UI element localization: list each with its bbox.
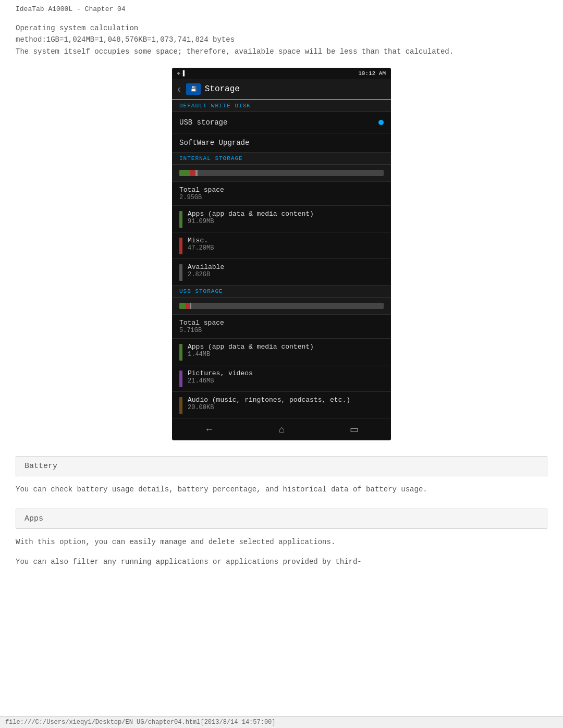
section-usb-storage: USB STORAGE <box>172 286 391 298</box>
usb-progress-container <box>172 298 391 315</box>
section-default-write-disk: DEFAULT WRITE DISK <box>172 100 391 112</box>
top-bar: ‹ 💾 Storage <box>172 79 391 100</box>
status-bar: ✈ ▌ 10:12 AM <box>172 68 391 79</box>
apps-text2: You can also filter any running applicat… <box>16 556 547 569</box>
avail-color-block <box>179 264 182 281</box>
internal-total-space: Total space 2.95GB <box>172 182 391 206</box>
storage-icon: 💾 <box>186 83 201 95</box>
battery-section-box: Battery <box>16 456 547 476</box>
section-internal-storage: INTERNAL STORAGE <box>172 153 391 165</box>
time-display: 10:12 AM <box>358 70 386 77</box>
internal-total-label: Total space <box>179 186 384 194</box>
internal-apps-label: Apps (app data & media content) <box>188 210 314 218</box>
apps-section-box: Apps <box>16 509 547 529</box>
usb-audio-label: Audio (music, ringtones, podcasts, etc.) <box>188 396 350 404</box>
software-upgrade-item[interactable]: SoftWare Upgrade <box>172 133 391 153</box>
usb-audio-item[interactable]: Audio (music, ringtones, podcasts, etc.)… <box>172 392 391 418</box>
apps-color-block <box>179 211 182 228</box>
apps-text1: With this option, you can easily manage … <box>16 536 547 549</box>
usb-pictures-item[interactable]: Pictures, videos 21.46MB <box>172 365 391 392</box>
internal-available-item[interactable]: Available 2.82GB <box>172 259 391 286</box>
pictures-color-block <box>179 371 182 387</box>
sim-icon: ✈ <box>177 70 181 77</box>
radio-selected <box>378 120 384 125</box>
internal-progress-bar <box>179 170 384 176</box>
usb-audio-size: 20.00KB <box>188 404 350 411</box>
device-screenshot: ✈ ▌ 10:12 AM ‹ 💾 Storage DEFAULT WRITE D… <box>172 68 391 440</box>
usb-misc-bar <box>186 303 190 309</box>
usb-apps-label: Apps (app data & media content) <box>188 343 314 351</box>
internal-apps-size: 91.09MB <box>188 218 314 225</box>
nav-home-button[interactable]: ⌂ <box>279 424 285 435</box>
misc-color-block <box>179 238 182 254</box>
internal-apps-item[interactable]: Apps (app data & media content) 91.09MB <box>172 206 391 232</box>
nav-bar: ← ⌂ ▭ <box>172 418 391 440</box>
internal-total-value: 2.95GB <box>179 194 384 201</box>
usb-apps-size: 1.44MB <box>188 351 314 358</box>
usb-total-label: Total space <box>179 319 384 327</box>
usb-storage-item[interactable]: USB storage <box>172 112 391 133</box>
usb-apps-color-block <box>179 344 182 361</box>
usb-apps-bar <box>179 303 186 309</box>
usb-total-space: Total space 5.71GB <box>172 315 391 339</box>
internal-misc-bar <box>190 170 196 176</box>
internal-avail-bar <box>195 170 198 176</box>
intro-line3: The system itself occupies some space; t… <box>16 46 547 57</box>
internal-available-label: Available <box>188 263 224 271</box>
usb-total-value: 5.71GB <box>179 327 384 334</box>
page-title: IdeaTab A1000L - Chapter 04 <box>16 5 547 13</box>
usb-pictures-size: 21.46MB <box>188 377 253 385</box>
intro-line1: Operating system calculation <box>16 22 547 34</box>
internal-misc-label: Misc. <box>188 237 214 244</box>
internal-misc-size: 47.20MB <box>188 244 214 252</box>
nav-recents-button[interactable]: ▭ <box>350 424 359 435</box>
intro-line2: method:1GB=1,024MB=1,048,576KB=1,073,741… <box>16 34 547 45</box>
top-bar-title: Storage <box>205 84 240 94</box>
internal-progress-container <box>172 165 391 182</box>
back-button[interactable]: ‹ <box>177 83 181 95</box>
usb-storage-label: USB storage <box>179 118 227 127</box>
internal-misc-item[interactable]: Misc. 47.20MB <box>172 232 391 259</box>
usb-pictures-label: Pictures, videos <box>188 369 253 377</box>
intro-block: Operating system calculation method:1GB=… <box>16 22 547 57</box>
battery-text: You can check battery usage details, bat… <box>16 484 547 496</box>
usb-apps-item[interactable]: Apps (app data & media content) 1.44MB <box>172 339 391 365</box>
usb-progress-bar <box>179 303 384 309</box>
nav-back-button[interactable]: ← <box>204 424 214 435</box>
usb-avail-bar <box>190 303 192 309</box>
internal-available-size: 2.82GB <box>188 271 224 278</box>
audio-color-block <box>179 397 182 414</box>
footer-bar: file:///C:/Users/xieqy1/Desktop/EN UG/ch… <box>0 716 563 728</box>
internal-apps-bar <box>179 170 190 176</box>
battery-icon: ▌ <box>183 70 187 77</box>
